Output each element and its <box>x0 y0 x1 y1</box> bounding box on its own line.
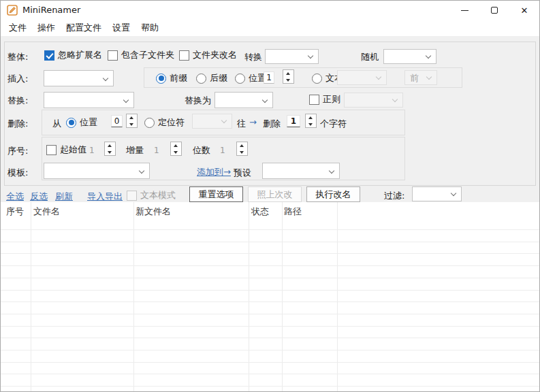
menu-help[interactable]: 帮助 <box>136 20 164 36</box>
delete-position-radio[interactable]: 位置 <box>66 116 97 129</box>
file-table[interactable]: 序号 文件名 新文件名 状态 路径 <box>1 202 539 392</box>
import-export-link[interactable]: 导入导出 <box>87 191 123 203</box>
delete-position-stepper[interactable] <box>126 114 138 128</box>
insert-label: 插入: <box>7 73 28 85</box>
column-header-newname[interactable]: 新文件名 <box>136 206 171 218</box>
menu-bar: 文件 操作 配置文件 设置 帮助 <box>1 20 539 36</box>
column-header-status[interactable]: 状态 <box>251 206 269 218</box>
column-header-index[interactable]: 序号 <box>6 206 24 218</box>
column-header-filename[interactable]: 文件名 <box>33 206 60 218</box>
insert-position-radio[interactable]: 位置 <box>235 72 266 84</box>
insert-suffix-radio[interactable]: 后缀 <box>196 72 227 84</box>
delete-count-stepper[interactable] <box>305 114 317 128</box>
redo-last-button: 照上次改 <box>248 186 302 202</box>
chevron-down-icon <box>103 76 108 81</box>
spin-down-icon[interactable] <box>306 121 316 128</box>
serial-enable-checkbox[interactable]: 起始值 <box>46 144 86 156</box>
radio-icon[interactable] <box>312 74 322 84</box>
serial-digits-value[interactable]: 1 <box>220 146 225 155</box>
insert-prefix-radio[interactable]: 前缀 <box>156 72 187 84</box>
convert-select[interactable] <box>265 49 319 64</box>
minimize-button[interactable] <box>449 1 479 20</box>
delete-chars-label: 个字符 <box>320 118 347 130</box>
filter-select[interactable] <box>412 186 462 201</box>
checkbox-icon[interactable] <box>108 50 118 61</box>
random-select[interactable] <box>383 49 436 64</box>
select-all-link[interactable]: 全选 <box>6 191 24 203</box>
insert-side-select: 前 <box>404 70 437 85</box>
regex-checkbox[interactable]: 正则 <box>309 93 340 105</box>
maximize-button[interactable] <box>479 1 509 20</box>
spin-up-icon[interactable] <box>171 142 181 149</box>
spin-down-icon[interactable] <box>283 77 293 84</box>
spin-up-icon[interactable] <box>306 114 316 121</box>
template-combobox[interactable] <box>44 163 150 179</box>
reset-options-button[interactable]: 重置选项 <box>189 186 243 202</box>
replace-label: 替换: <box>7 95 28 107</box>
menu-operation[interactable]: 操作 <box>32 20 61 36</box>
add-to-preset-link[interactable]: 添加到→ <box>197 166 231 178</box>
insert-position-stepper[interactable] <box>283 69 294 84</box>
ignore-extension-checkbox[interactable]: 忽略扩展名 <box>44 49 102 61</box>
menu-file[interactable]: 文件 <box>3 20 32 36</box>
chevron-down-icon <box>329 168 334 174</box>
replace-find-combobox[interactable] <box>44 92 134 108</box>
spin-up-icon[interactable] <box>127 114 137 121</box>
spin-up-icon[interactable] <box>237 142 247 149</box>
spin-down-icon[interactable] <box>105 149 115 156</box>
execute-rename-button[interactable]: 执行改名 <box>306 186 360 202</box>
delete-label: 删除: <box>7 118 28 130</box>
refresh-link[interactable]: 刷新 <box>55 191 73 203</box>
serial-start-stepper[interactable] <box>104 142 116 156</box>
checkbox-icon[interactable] <box>44 50 54 61</box>
chevron-down-icon <box>221 118 227 123</box>
checkbox-icon[interactable] <box>309 95 319 105</box>
spin-down-icon[interactable] <box>237 149 247 156</box>
menu-settings[interactable]: 设置 <box>107 20 136 36</box>
serial-digits-stepper[interactable] <box>236 142 248 156</box>
chevron-down-icon <box>123 97 129 103</box>
serial-increment-value[interactable]: 1 <box>154 146 159 155</box>
close-icon: ✕ <box>521 6 528 15</box>
prefix-label: 前缀 <box>170 72 187 84</box>
chevron-down-icon <box>262 97 268 103</box>
direction-arrow-icon[interactable]: → <box>249 117 257 127</box>
radio-icon[interactable] <box>235 74 245 84</box>
spin-down-icon[interactable] <box>127 121 137 128</box>
spin-up-icon[interactable] <box>105 142 115 149</box>
window-title: MiniRenamer <box>22 5 80 15</box>
column-header-path[interactable]: 路径 <box>284 206 302 218</box>
menu-profile[interactable]: 配置文件 <box>61 20 107 36</box>
radio-icon[interactable] <box>144 118 155 128</box>
checkbox-icon[interactable] <box>179 50 189 61</box>
insert-position-value[interactable]: 1 <box>264 71 274 84</box>
radio-icon[interactable] <box>66 118 76 128</box>
insert-text-combobox[interactable] <box>44 70 114 86</box>
delete-anchor-label: 定位符 <box>158 116 185 129</box>
file-list-rows[interactable] <box>1 229 539 392</box>
checkbox-icon[interactable] <box>46 145 57 155</box>
random-label: 随机 <box>361 51 379 63</box>
serial-start-value[interactable]: 1 <box>89 146 95 155</box>
delete-count-value[interactable]: 1 <box>287 115 300 127</box>
template-label: 模板: <box>7 167 28 179</box>
spin-up-icon[interactable] <box>283 70 293 77</box>
preset-select[interactable] <box>262 163 340 179</box>
include-subfolder-checkbox[interactable]: 包含子文件夹 <box>108 49 174 61</box>
serial-increment-stepper[interactable] <box>170 142 182 156</box>
invert-selection-link[interactable]: 反选 <box>30 191 48 203</box>
spin-down-icon[interactable] <box>171 149 181 156</box>
delete-anchor-radio[interactable]: 定位符 <box>144 116 185 129</box>
filter-label: 过滤: <box>384 190 404 202</box>
checkbox-icon <box>127 191 137 201</box>
convert-label: 转换 <box>244 51 262 63</box>
close-button[interactable]: ✕ <box>509 1 539 20</box>
serial-start-label: 起始值 <box>60 144 86 156</box>
folder-rename-checkbox[interactable]: 文件夹改名 <box>179 49 237 61</box>
radio-icon[interactable] <box>156 74 166 84</box>
title-bar[interactable]: MiniRenamer ✕ <box>1 1 539 20</box>
main-content: 整体: 忽略扩展名 包含子文件夹 文件夹改名 转换 随机 插入: 前缀 <box>1 36 539 391</box>
replace-with-combobox[interactable] <box>215 92 273 108</box>
delete-position-value[interactable]: 0 <box>111 115 123 127</box>
radio-icon[interactable] <box>196 74 206 84</box>
